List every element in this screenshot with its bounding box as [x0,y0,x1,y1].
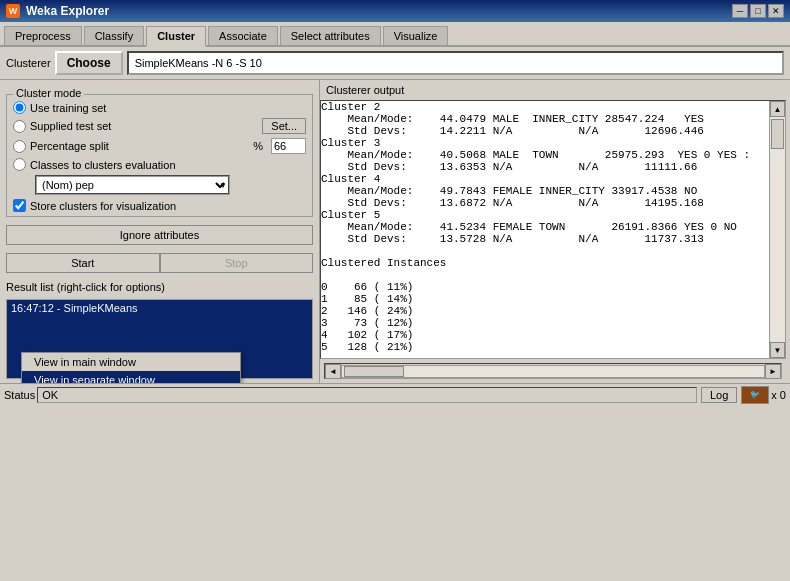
set-button[interactable]: Set... [262,118,306,134]
clusterer-section-label: Clusterer [6,57,51,69]
title-bar-left: W Weka Explorer [6,4,109,18]
tab-associate[interactable]: Associate [208,26,278,45]
close-button[interactable]: ✕ [768,4,784,18]
tab-preprocess[interactable]: Preprocess [4,26,82,45]
scroll-left-button[interactable]: ◄ [325,364,341,379]
store-clusters-row: Store clusters for visualization [13,199,306,212]
output-text: Cluster 2 Mean/Mode: 44.0479 MALE INNER_… [321,101,769,358]
maximize-button[interactable]: □ [750,4,766,18]
status-label: Status [4,389,35,401]
right-panel: Clusterer output Cluster 2 Mean/Mode: 44… [320,80,790,383]
status-bar: Status OK Log 🐦 x 0 [0,383,790,405]
supplied-test-radio[interactable] [13,120,26,133]
scroll-track-h [341,365,765,378]
nom-pep-select[interactable]: (Nom) pep [35,175,230,195]
classes-eval-radio[interactable] [13,158,26,171]
weka-icon: 🐦 [741,386,769,404]
vertical-scrollbar[interactable]: ▲ ▼ [769,101,785,358]
log-button[interactable]: Log [701,387,737,403]
stop-button[interactable]: Stop [160,253,314,273]
clusterer-bar: Clusterer Choose SimpleKMeans -N 6 -S 10 [0,47,790,80]
ctx-view-separate[interactable]: View in separate window [22,371,240,383]
use-training-radio[interactable] [13,101,26,114]
start-button[interactable]: Start [6,253,160,273]
classes-eval-row: Classes to clusters evaluation [13,156,306,173]
ctx-view-main[interactable]: View in main window [22,353,240,371]
tabs-bar: Preprocess Classify Cluster Associate Se… [0,22,790,47]
pct-input[interactable] [271,138,306,154]
output-label: Clusterer output [320,80,790,100]
horizontal-scrollbar[interactable]: ◄ ► [324,363,782,379]
tab-select-attributes[interactable]: Select attributes [280,26,381,45]
supplied-test-row: Supplied test set Set... [13,116,306,136]
minimize-button[interactable]: ─ [732,4,748,18]
use-training-row: Use training set [13,99,306,116]
x-label: x 0 [771,389,786,401]
title-bar: W Weka Explorer ─ □ ✕ [0,0,790,22]
pct-split-row: Percentage split % [13,136,306,156]
start-stop-row: Start Stop [6,253,313,273]
pct-split-radio[interactable] [13,140,26,153]
tab-visualize[interactable]: Visualize [383,26,449,45]
content-area: Cluster mode Use training set Supplied t… [0,80,790,383]
context-menu: View in main window View in separate win… [21,352,241,383]
scroll-down-button[interactable]: ▼ [770,342,785,358]
list-item[interactable]: 16:47:12 - SimpleKMeans [7,300,312,316]
app-icon: W [6,4,20,18]
store-clusters-checkbox[interactable] [13,199,26,212]
left-panel: Cluster mode Use training set Supplied t… [0,80,320,383]
scroll-right-button[interactable]: ► [765,364,781,379]
nom-pep-wrapper: (Nom) pep [35,175,230,195]
tab-classify[interactable]: Classify [84,26,145,45]
cluster-mode-label: Cluster mode [13,87,84,99]
pct-label: % [253,140,263,152]
store-clusters-label: Store clusters for visualization [30,200,176,212]
status-right: 🐦 x 0 [741,386,786,404]
use-training-label: Use training set [30,102,106,114]
window-controls: ─ □ ✕ [732,4,784,18]
cluster-mode-group: Cluster mode Use training set Supplied t… [6,94,313,217]
scroll-thumb-v[interactable] [771,119,784,149]
app-title: Weka Explorer [26,4,109,18]
scroll-up-button[interactable]: ▲ [770,101,785,117]
scroll-thumb-h[interactable] [344,366,404,377]
ignore-attributes-button[interactable]: Ignore attributes [6,225,313,245]
classes-eval-label: Classes to clusters evaluation [30,159,176,171]
scroll-track-v [770,117,785,342]
algorithm-display: SimpleKMeans -N 6 -S 10 [127,51,784,75]
status-value: OK [37,387,697,403]
pct-split-label: Percentage split [30,140,249,152]
result-list-label: Result list (right-click for options) [6,281,313,293]
tab-cluster[interactable]: Cluster [146,26,206,47]
choose-button[interactable]: Choose [55,51,123,75]
supplied-test-label: Supplied test set [30,120,258,132]
